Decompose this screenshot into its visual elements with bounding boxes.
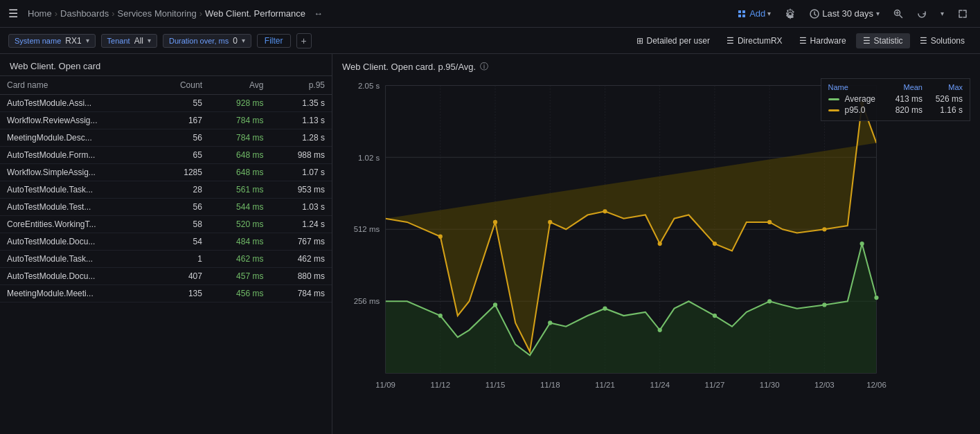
breadcrumb-dashboards[interactable]: Dashboards [60, 8, 109, 19]
filter-button[interactable]: Filter [257, 34, 291, 48]
duration-label: Duration over, ms [169, 37, 229, 45]
svg-point-44 [767, 220, 772, 224]
expand-icon [958, 9, 968, 19]
breadcrumb-services[interactable]: Services Monitoring [117, 8, 196, 19]
svg-rect-3 [742, 15, 745, 17]
cell-count: 54 [155, 233, 209, 251]
sep2: › [112, 8, 114, 19]
duration-value: 0 [233, 36, 238, 46]
system-name-value: RX1 [65, 36, 81, 46]
chart-title-text: Web Client. Open card. p.95/Avg. [342, 62, 476, 72]
svg-point-41 [603, 209, 607, 213]
refresh-icon [917, 9, 927, 19]
cell-count: 56 [155, 199, 209, 216]
info-icon[interactable]: ⓘ [480, 61, 488, 73]
cell-count: 58 [155, 216, 209, 233]
cell-avg: 561 ms [209, 181, 271, 199]
table-row[interactable]: AutoTestModule.Task... 1 462 ms 462 ms [0, 251, 332, 268]
share-icon[interactable]: ↔ [314, 8, 323, 19]
cell-avg: 457 ms [209, 268, 271, 285]
svg-rect-1 [742, 10, 745, 13]
add-button[interactable]: Add ▾ [732, 6, 775, 21]
tenant-filter[interactable]: Tenant All ▾ [101, 34, 157, 48]
cell-p95: 988 ms [270, 147, 332, 164]
clock-icon [810, 9, 819, 19]
table-row[interactable]: MeetingModule.Meeti... 135 456 ms 784 ms [0, 285, 332, 302]
legend-name-header: Name [828, 83, 875, 91]
duration-filter[interactable]: Duration over, ms 0 ▾ [163, 34, 251, 48]
svg-point-40 [548, 220, 552, 224]
svg-point-45 [822, 227, 826, 231]
svg-rect-2 [738, 15, 741, 17]
table-row[interactable]: AutoTestModule.Assi... 55 928 ms 1.35 s [0, 95, 332, 112]
cell-card-name: MeetingModule.Meeti... [0, 285, 155, 302]
cell-count: 55 [155, 95, 209, 112]
svg-text:11/24: 11/24 [650, 381, 670, 389]
cell-count: 28 [155, 181, 209, 199]
table-row[interactable]: CoreEntities.WorkingT... 58 520 ms 1.24 … [0, 216, 332, 233]
more-chevron: ▾ [941, 10, 944, 17]
svg-rect-0 [738, 10, 741, 13]
tab-solutions[interactable]: ☰ Solutions [913, 33, 972, 48]
cell-p95: 953 ms [270, 181, 332, 199]
cell-card-name: AutoTestModule.Test... [0, 199, 155, 216]
svg-text:11/21: 11/21 [595, 381, 615, 389]
breadcrumb-home[interactable]: Home [28, 8, 52, 19]
svg-point-55 [859, 242, 864, 246]
svg-point-50 [603, 307, 607, 311]
zoom-button[interactable] [889, 7, 907, 21]
filter-add-button[interactable]: + [296, 33, 312, 48]
left-panel: Web Client. Open card Card name Count Av… [0, 54, 332, 434]
tab-directumrx[interactable]: ☰ DirectumRX [720, 33, 790, 48]
table-row[interactable]: AutoTestModule.Form... 65 648 ms 988 ms [0, 147, 332, 164]
hamburger-icon[interactable]: ☰ [8, 7, 18, 20]
right-panel: Web Client. Open card. p.95/Avg. ⓘ [332, 54, 980, 434]
table-row[interactable]: AutoTestModule.Docu... 54 484 ms 767 ms [0, 233, 332, 251]
cell-avg: 520 ms [209, 216, 271, 233]
breadcrumb-current: Web Client. Performance [205, 8, 305, 19]
table-row[interactable]: AutoTestModule.Test... 56 544 ms 1.03 s [0, 199, 332, 216]
table-row[interactable]: MeetingModule.Desc... 56 784 ms 1.28 s [0, 129, 332, 147]
cell-card-name: Workflow.SimpleAssig... [0, 164, 155, 181]
tab-detailed-label: Detailed per user [647, 36, 710, 46]
cell-count: 135 [155, 285, 209, 302]
average-color-swatch [828, 98, 839, 100]
refresh-button[interactable] [913, 7, 931, 21]
cell-avg: 648 ms [209, 147, 271, 164]
col-count: Count [155, 76, 209, 95]
table-row[interactable]: AutoTestModule.Task... 28 561 ms 953 ms [0, 181, 332, 199]
svg-point-42 [658, 242, 662, 246]
tab-detailed-per-user[interactable]: ⊞ Detailed per user [630, 33, 717, 48]
table-row[interactable]: Workflow.SimpleAssig... 1285 648 ms 1.07… [0, 164, 332, 181]
table-row[interactable]: AutoTestModule.Docu... 407 457 ms 880 ms [0, 268, 332, 285]
cell-card-name: CoreEntities.WorkingT... [0, 216, 155, 233]
svg-point-38 [438, 235, 443, 239]
p95-color-swatch [828, 109, 839, 111]
settings-button[interactable] [781, 6, 800, 21]
cell-avg: 462 ms [209, 251, 271, 268]
system-name-label: System name [15, 37, 61, 45]
system-name-filter[interactable]: System name RX1 ▾ [8, 34, 96, 48]
col-avg: Avg [209, 76, 271, 95]
cell-avg: 456 ms [209, 285, 271, 302]
more-button[interactable]: ▾ [936, 8, 948, 19]
cell-p95: 462 ms [270, 251, 332, 268]
table-row[interactable]: Workflow.ReviewAssig... 167 784 ms 1.13 … [0, 112, 332, 129]
sep1: › [55, 8, 57, 19]
directumrx-icon: ☰ [727, 36, 734, 46]
tab-statistic[interactable]: ☰ Statistic [856, 33, 910, 48]
topnav: ☰ Home › Dashboards › Services Monitorin… [0, 0, 980, 28]
chart-legend: Name Mean Max Average 413 ms 526 ms p95.… [821, 78, 970, 121]
svg-text:11/09: 11/09 [375, 381, 395, 389]
cell-count: 65 [155, 147, 209, 164]
svg-point-56 [874, 296, 878, 300]
tab-hardware[interactable]: ☰ Hardware [792, 33, 853, 48]
svg-point-49 [548, 320, 552, 325]
time-range-button[interactable]: Last 30 days ▾ [805, 6, 884, 21]
svg-point-47 [438, 314, 443, 318]
svg-text:12/06: 12/06 [866, 381, 887, 389]
svg-text:2.05 s: 2.05 s [358, 82, 380, 90]
svg-text:1.02 s: 1.02 s [358, 154, 380, 162]
legend-row-average: Average 413 ms 526 ms [828, 94, 963, 104]
expand-button[interactable] [954, 7, 972, 21]
